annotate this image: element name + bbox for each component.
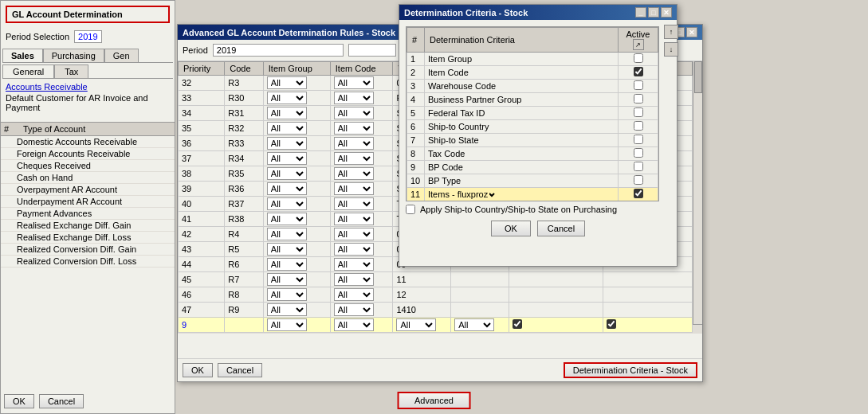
adv-scrollbar-v[interactable] <box>693 61 702 324</box>
adv-search-input[interactable] <box>348 44 396 57</box>
list-item[interactable]: Overpayment AR Account <box>1 184 175 196</box>
item-code-select[interactable]: All <box>334 107 374 119</box>
det-minimize-button[interactable]: _ <box>635 7 646 18</box>
item-group-select[interactable]: All <box>267 273 307 286</box>
det-maximize-button[interactable]: □ <box>648 7 659 18</box>
item-code-select[interactable]: All <box>334 167 374 180</box>
item-code-select[interactable]: All <box>334 273 374 286</box>
list-item[interactable]: Foreign Accounts Receivable <box>1 148 175 160</box>
det-row[interactable]: 7Ship-to State <box>407 134 658 147</box>
active-checkbox[interactable] <box>634 53 643 63</box>
item-code-select[interactable]: All <box>334 92 374 104</box>
active-checkbox[interactable] <box>634 135 643 144</box>
table-row[interactable]: 9 All All All All <box>179 318 693 333</box>
det-row[interactable]: 8Tax Code <box>407 147 658 161</box>
alloc-acc-checkbox[interactable] <box>607 319 616 329</box>
item-code-select[interactable]: All <box>334 122 374 135</box>
active-checkbox[interactable] <box>634 80 643 90</box>
list-item[interactable]: Cheques Received <box>1 160 175 172</box>
item-group-select[interactable]: All <box>267 167 307 180</box>
active-checkbox[interactable] <box>634 107 643 117</box>
active-checkbox[interactable] <box>634 67 643 76</box>
det-row[interactable]: 9BP Code <box>407 161 658 174</box>
item-code-select[interactable]: All <box>334 303 374 316</box>
active-checkbox[interactable] <box>634 94 643 104</box>
item-code-select[interactable]: All <box>334 197 374 210</box>
list-item[interactable]: Payment Advances <box>1 208 175 220</box>
det-ok-button[interactable]: OK <box>491 221 531 236</box>
det-row[interactable]: 1Item Group <box>407 53 658 66</box>
item-code-select[interactable]: All <box>334 213 374 225</box>
active-checkbox[interactable] <box>634 175 643 185</box>
adv-ok-button[interactable]: OK <box>183 363 213 377</box>
item-group-select[interactable]: All <box>267 288 307 301</box>
list-item[interactable]: Domestic Accounts Receivable <box>1 136 175 148</box>
advanced-button[interactable]: Advanced <box>397 392 471 409</box>
adv-cancel-button[interactable]: Cancel <box>218 363 262 377</box>
item-code-select[interactable]: All <box>334 288 374 301</box>
item-group-select[interactable]: All <box>267 76 307 89</box>
tab-general[interactable]: General <box>2 64 54 78</box>
item-group-select[interactable]: All <box>267 197 307 210</box>
gl-cancel-button[interactable]: Cancel <box>39 394 84 408</box>
det-row[interactable]: 10BP Type <box>407 174 658 188</box>
det-row[interactable]: 11Items - fluxproz▼ <box>407 188 658 201</box>
table-row[interactable]: 46R8AllAll12 <box>179 287 693 303</box>
tab-sales[interactable]: Sales <box>2 49 43 62</box>
item-group-select[interactable]: All <box>267 92 307 104</box>
det-row[interactable]: 3Warehouse Code <box>407 80 658 93</box>
active-checkbox[interactable] <box>634 148 643 158</box>
det-row[interactable]: 5Federal Tax ID <box>407 107 658 120</box>
item-code-select[interactable]: All <box>334 228 374 240</box>
item-group-select[interactable]: All <box>267 228 307 240</box>
extra-select[interactable]: All <box>454 318 494 331</box>
item-group-select[interactable]: All <box>267 213 307 225</box>
item-group-select[interactable]: All <box>267 243 307 256</box>
det-row[interactable]: 2Item Code <box>407 66 658 80</box>
det-close-button[interactable]: ✕ <box>661 7 672 18</box>
item-group-select[interactable]: All <box>267 137 307 150</box>
list-item[interactable]: Underpayment AR Account <box>1 196 175 208</box>
move-down-button[interactable]: ↓ <box>664 42 678 57</box>
item-code-select[interactable]: All <box>334 182 374 195</box>
list-item[interactable]: Realized Conversion Diff. Loss <box>1 256 175 268</box>
det-row[interactable]: 6Ship-to Country <box>407 120 658 134</box>
warehouse-select[interactable]: All <box>396 318 436 331</box>
item-group-select[interactable]: All <box>267 182 307 195</box>
item-code-select[interactable]: All <box>334 258 374 271</box>
det-cancel-button[interactable]: Cancel <box>537 221 585 236</box>
active-checkbox[interactable] <box>634 189 643 198</box>
adv-period-input[interactable] <box>213 44 344 57</box>
tab-gen[interactable]: Gen <box>104 49 139 62</box>
active-checkbox[interactable] <box>634 162 643 171</box>
item-group-select[interactable]: All <box>267 107 307 119</box>
close-button[interactable]: ✕ <box>686 27 697 37</box>
item-group-select[interactable]: All <box>267 258 307 271</box>
list-item[interactable]: Cash on Hand <box>1 172 175 184</box>
udf-select[interactable]: ▼ <box>489 189 497 200</box>
tab-purchasing[interactable]: Purchasing <box>43 49 104 62</box>
table-row[interactable]: 47R9AllAll1410 <box>179 303 693 318</box>
item-group-select[interactable]: All <box>267 318 307 331</box>
list-item[interactable]: Realised Exchange Diff. Loss <box>1 232 175 244</box>
list-item[interactable]: Realized Conversion Diff. Gain <box>1 244 175 256</box>
item-code-select[interactable]: All <box>334 243 374 256</box>
move-up-button[interactable]: ↑ <box>664 25 678 39</box>
gl-ok-button[interactable]: OK <box>4 394 34 408</box>
item-code-select[interactable]: All <box>334 76 374 89</box>
det-row[interactable]: 12UDF2▼ <box>407 201 658 202</box>
item-group-select[interactable]: All <box>267 152 307 165</box>
active-checkbox[interactable] <box>634 121 643 131</box>
item-group-select[interactable]: All <box>267 303 307 316</box>
list-item[interactable]: Realised Exchange Diff. Gain <box>1 220 175 232</box>
item-code-select[interactable]: All <box>334 318 374 331</box>
apply-ship-to-checkbox[interactable] <box>406 205 415 214</box>
item-code-select[interactable]: All <box>334 152 374 165</box>
determination-criteria-button[interactable]: Determination Criteria - Stock <box>564 362 697 378</box>
cost-goods-checkbox[interactable] <box>513 319 522 329</box>
item-code-select[interactable]: All <box>334 137 374 150</box>
table-row[interactable]: 45R7AllAll11 <box>179 272 693 287</box>
item-group-select[interactable]: All <box>267 122 307 135</box>
tab-tax[interactable]: Tax <box>54 64 88 78</box>
det-row[interactable]: 4Business Partner Group <box>407 93 658 107</box>
